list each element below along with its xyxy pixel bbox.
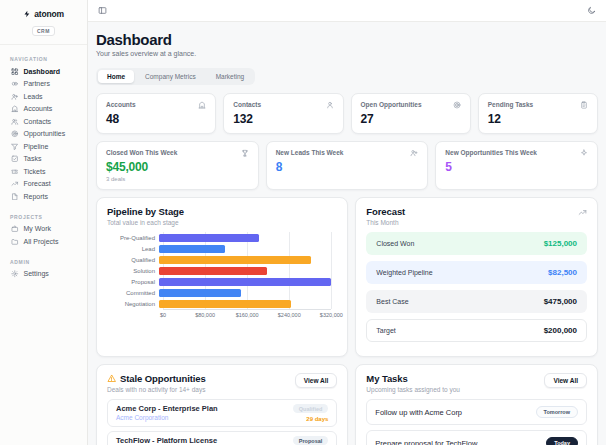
stat-value: 12 xyxy=(488,112,588,126)
chart-bar xyxy=(159,234,259,242)
opportunity-title: TechFlow - Platform License xyxy=(116,436,217,445)
sidebar-item[interactable]: Partners xyxy=(7,78,80,91)
stat-card: Open Opportunities 27 xyxy=(351,93,471,134)
sidebar-item[interactable]: Forecast xyxy=(7,178,80,191)
chart-xtick-label: $0 xyxy=(160,312,166,318)
sidebar-section-navigation: Navigation Dashboard Partners xyxy=(0,45,87,203)
chart-row: Pre-Qualified xyxy=(107,232,331,243)
tab[interactable]: Marketing xyxy=(207,70,254,83)
tab[interactable]: Home xyxy=(98,70,134,83)
sidebar-item[interactable]: Opportunities xyxy=(7,128,80,141)
chart-bar xyxy=(159,300,291,308)
stat-label: Closed Won This Week xyxy=(106,149,177,156)
stat-label: Accounts xyxy=(106,101,136,108)
stat-value: 8 xyxy=(276,160,419,174)
forecast-row: Best Case $475,000 xyxy=(366,290,587,313)
stat-row-2: Closed Won This Week $45,000 3 deals New… xyxy=(96,141,598,190)
stage-badge: Qualified xyxy=(293,404,329,413)
chart-bar xyxy=(159,289,241,297)
task-title: Prepare proposal for TechFlow xyxy=(375,439,477,445)
funnel-icon xyxy=(11,143,19,151)
chart-category-label: Lead xyxy=(107,246,159,252)
building-icon xyxy=(198,101,206,109)
user-icon xyxy=(326,101,334,109)
page-subtitle: Your sales overview at a glance. xyxy=(96,50,598,57)
chart-row: Solution xyxy=(107,265,331,276)
forecast-row-value: $125,000 xyxy=(544,239,577,248)
sidebar-item-label: Contacts xyxy=(24,118,52,125)
task-title: Follow up with Acme Corp xyxy=(375,408,462,417)
sidebar-item[interactable]: Dashboard xyxy=(7,65,80,78)
moon-icon[interactable] xyxy=(587,6,596,15)
gear-icon xyxy=(11,270,19,278)
logo-text: atonom xyxy=(34,9,64,19)
sidebar-item[interactable]: Pipeline xyxy=(7,140,80,153)
sidebar-section-label: Navigation xyxy=(10,56,80,62)
panel-toggle-icon[interactable] xyxy=(98,6,107,15)
sidebar-item[interactable]: All Projects xyxy=(7,235,80,248)
task-row[interactable]: Follow up with Acme Corp Tomorrow xyxy=(366,399,587,425)
ticket-icon xyxy=(11,168,19,176)
sidebar-item[interactable]: Reports xyxy=(7,190,80,203)
forecast-subtitle: This Month xyxy=(366,219,405,226)
chart-track xyxy=(159,234,331,242)
tab[interactable]: Company Metrics xyxy=(136,70,205,83)
sidebar-item-label: Pipeline xyxy=(24,143,49,150)
stat-card: Closed Won This Week $45,000 3 deals xyxy=(96,141,259,190)
forecast-row: Closed Won $125,000 xyxy=(366,232,587,255)
sidebar-item-label: Tasks xyxy=(24,155,42,162)
tasks-view-all-button[interactable]: View All xyxy=(544,373,587,388)
forecast-title: Forecast xyxy=(366,206,405,217)
chart-track xyxy=(159,267,331,275)
pipeline-chart: Pre-QualifiedLeadQualifiedSolutionPropos… xyxy=(107,232,337,320)
clipboard-icon xyxy=(580,101,588,109)
pipeline-panel: Pipeline by Stage Total value in each st… xyxy=(96,197,348,357)
sidebar-item[interactable]: My Work xyxy=(7,223,80,236)
tasks-title: My Tasks xyxy=(366,373,460,384)
trend-up-icon xyxy=(11,180,19,188)
app-window: atonom CRM Navigation Dashboard Partners xyxy=(0,0,606,445)
sidebar-item[interactable]: Tickets xyxy=(7,165,80,178)
sidebar-item[interactable]: Settings xyxy=(7,268,80,281)
chart-track xyxy=(159,256,331,264)
sparkle-icon xyxy=(580,149,588,157)
stat-label: New Opportunities This Week xyxy=(445,149,537,156)
task-row[interactable]: Prepare proposal for TechFlow Today xyxy=(366,430,587,445)
sidebar-item[interactable]: Leads xyxy=(7,90,80,103)
logo-block: atonom CRM xyxy=(0,0,87,45)
stale-view-all-button[interactable]: View All xyxy=(295,373,338,388)
topbar xyxy=(88,0,606,22)
stale-days: 29 days xyxy=(306,416,328,422)
file-icon xyxy=(11,193,19,201)
stale-subtitle: Deals with no activity for 14+ days xyxy=(107,386,206,393)
chart-row: Lead xyxy=(107,243,331,254)
stat-label: Contacts xyxy=(233,101,261,108)
sidebar-item[interactable]: Tasks xyxy=(7,153,80,166)
sidebar-item-label: Tickets xyxy=(24,168,46,175)
tab-label: Company Metrics xyxy=(145,73,196,80)
sidebar-item[interactable]: Accounts xyxy=(7,103,80,116)
forecast-row-label: Best Case xyxy=(376,298,408,305)
forecast-row-label: Closed Won xyxy=(376,240,414,247)
forecast-row-label: Weighted Pipeline xyxy=(376,269,432,276)
chart-category-label: Committed xyxy=(107,290,159,296)
opportunity-row[interactable]: TechFlow - Platform License TechFlow Sol… xyxy=(107,431,337,445)
stale-opportunities-list: Acme Corp - Enterprise Plan Acme Corpora… xyxy=(107,399,337,445)
sidebar-item-label: Reports xyxy=(24,193,49,200)
chart-row: Negotiation xyxy=(107,298,331,309)
page-title: Dashboard xyxy=(96,31,598,48)
forecast-row-value: $82,500 xyxy=(548,268,577,277)
chart-xtick-label: $240,000 xyxy=(278,312,301,318)
chart-category-label: Pre-Qualified xyxy=(107,235,159,241)
stat-value: 132 xyxy=(233,112,333,126)
opportunity-row[interactable]: Acme Corp - Enterprise Plan Acme Corpora… xyxy=(107,399,337,427)
sidebar-nav-list: Dashboard Partners Leads Account xyxy=(7,65,80,203)
stale-title: Stale Opportunities xyxy=(120,373,206,384)
users-icon xyxy=(11,118,19,126)
sidebar-section-label: Projects xyxy=(10,214,80,220)
stage-badge: Proposal xyxy=(293,436,329,445)
chart-x-axis: $0$80,000$160,000$240,000$320,000 xyxy=(163,309,331,320)
sidebar-item[interactable]: Contacts xyxy=(7,115,80,128)
target-icon xyxy=(11,130,19,138)
forecast-row-label: Target xyxy=(376,327,395,334)
